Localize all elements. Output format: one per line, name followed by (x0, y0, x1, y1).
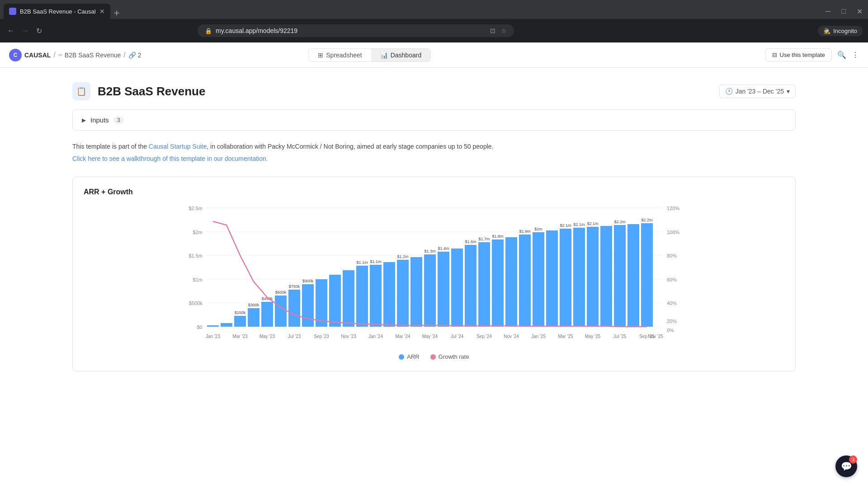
svg-rect-55 (505, 237, 517, 327)
chat-button[interactable]: 💬 3 (835, 455, 857, 477)
svg-text:Sep '24: Sep '24 (476, 334, 492, 339)
svg-rect-35 (343, 270, 354, 327)
page-icon: 📋 (72, 82, 90, 100)
chart-legend: ARR Growth rate (84, 353, 784, 360)
svg-rect-29 (288, 290, 300, 327)
svg-rect-63 (573, 228, 585, 327)
svg-text:$1.1m: $1.1m (370, 259, 381, 264)
svg-text:$2.5m: $2.5m (189, 206, 203, 211)
legend-arr: ARR (399, 353, 419, 360)
close-button[interactable]: ✕ (851, 4, 868, 19)
use-template-label: Use this template (780, 52, 825, 58)
inputs-section[interactable]: ▶ Inputs 3 (72, 109, 796, 131)
date-range-picker[interactable]: 🕐 Jan '23 – Dec '25 ▾ (719, 84, 796, 98)
reload-button[interactable]: ↻ (34, 25, 44, 37)
svg-rect-27 (275, 296, 287, 327)
svg-text:$1.7m: $1.7m (478, 237, 490, 241)
tab-dashboard[interactable]: 📊 Dashboard (371, 49, 431, 61)
svg-rect-31 (302, 284, 314, 327)
tab-spreadsheet[interactable]: ⊞ Spreadsheet (309, 49, 371, 61)
breadcrumb-model-link[interactable]: ✏ B2B SaaS Revenue (58, 52, 121, 59)
svg-text:$0: $0 (197, 324, 203, 330)
edit-icon: ✏ (58, 52, 63, 58)
tab-title: B2B SaaS Revenue - Causal (20, 8, 96, 15)
template-icon: ⊟ (772, 52, 777, 58)
breadcrumb-links[interactable]: 🔗 2 (128, 52, 142, 59)
svg-text:$1.9m: $1.9m (519, 229, 530, 234)
svg-rect-44 (424, 254, 436, 327)
address-bar[interactable]: 🔒 my.causal.app/models/92219 ⊡ ☆ (198, 24, 514, 37)
dashboard-label: Dashboard (391, 52, 422, 59)
causal-startup-suite-link[interactable]: Causal Startup Suite (149, 143, 207, 150)
svg-rect-41 (397, 260, 409, 327)
doc-link[interactable]: Click here to see a walkthrough of this … (72, 155, 796, 162)
cast-icon[interactable]: ⊡ (490, 27, 495, 34)
svg-text:$2m: $2m (193, 230, 203, 235)
causal-logo[interactable]: C CAUSAL (9, 49, 51, 61)
inputs-count: 3 (113, 117, 124, 124)
chart-container: $2.5m $2m $1.5m $1m $500k $0 120% 100% 8… (84, 203, 784, 348)
svg-rect-21 (234, 316, 246, 327)
svg-rect-36 (356, 266, 368, 327)
growth-legend-dot (430, 354, 436, 360)
growth-legend-label: Growth rate (439, 353, 469, 360)
svg-rect-58 (533, 232, 544, 327)
spreadsheet-icon: ⊞ (318, 52, 323, 59)
svg-text:$1.1m: $1.1m (356, 260, 368, 265)
chat-badge: 3 (849, 455, 857, 464)
description-text: This template is part of the Causal Star… (72, 141, 796, 151)
svg-rect-46 (438, 252, 449, 327)
svg-text:60%: 60% (667, 277, 677, 282)
svg-text:80%: 80% (667, 253, 677, 258)
arr-legend-dot (399, 354, 404, 360)
svg-text:Jul '24: Jul '24 (451, 334, 464, 339)
logo-icon: C (9, 49, 22, 61)
breadcrumb-separator-2: / (123, 51, 125, 59)
clock-icon: 🕐 (725, 88, 733, 95)
svg-text:Sep '23: Sep '23 (314, 334, 329, 339)
svg-rect-65 (587, 227, 599, 327)
tab-favicon (9, 8, 16, 15)
svg-text:$1.6m: $1.6m (465, 239, 476, 244)
svg-text:$500k: $500k (189, 300, 203, 306)
forward-button[interactable]: → (20, 25, 31, 37)
svg-rect-34 (329, 275, 341, 327)
svg-text:$2.1m: $2.1m (587, 221, 598, 226)
svg-rect-25 (261, 302, 273, 327)
use-template-button[interactable]: ⊟ Use this template (765, 48, 832, 61)
svg-text:$1.2m: $1.2m (397, 254, 408, 259)
inputs-label: Inputs (90, 116, 109, 124)
browser-tab[interactable]: B2B SaaS Revenue - Causal ✕ (4, 4, 110, 19)
svg-rect-51 (478, 242, 490, 327)
chevron-down-icon: ▾ (787, 88, 790, 95)
svg-rect-68 (614, 225, 626, 327)
more-button[interactable]: ⋮ (852, 51, 859, 59)
svg-rect-40 (383, 262, 395, 327)
bookmark-icon[interactable]: ☆ (501, 27, 507, 34)
maximize-button[interactable]: □ (836, 4, 851, 19)
svg-text:May '24: May '24 (422, 334, 438, 339)
svg-text:120%: 120% (667, 206, 679, 211)
svg-rect-20 (221, 323, 232, 327)
back-button[interactable]: ← (5, 25, 16, 37)
svg-text:$1.5m: $1.5m (189, 253, 203, 258)
svg-rect-38 (370, 265, 382, 327)
search-button[interactable]: 🔍 (837, 51, 846, 59)
svg-text:Mar '24: Mar '24 (395, 334, 410, 339)
svg-rect-60 (546, 230, 558, 327)
chart-section: ARR + Growth $2.5m $2m $1.5m $1m $500k $… (72, 177, 796, 371)
new-tab-button[interactable]: + (114, 7, 120, 19)
minimize-button[interactable]: ─ (820, 4, 836, 19)
app-nav: C CAUSAL / ✏ B2B SaaS Revenue / 🔗 2 ⊞ Sp… (0, 42, 868, 68)
url-text: my.causal.app/models/92219 (216, 27, 486, 34)
tab-close-button[interactable]: ✕ (99, 8, 105, 15)
svg-text:$2m: $2m (534, 227, 542, 231)
description-part1: This template is part of the (72, 143, 149, 150)
svg-text:$2.2m: $2.2m (614, 220, 625, 224)
svg-text:$1.8m: $1.8m (492, 234, 503, 239)
svg-text:$150k: $150k (235, 310, 246, 315)
svg-text:100%: 100% (667, 230, 679, 235)
logo-text: CAUSAL (24, 52, 51, 59)
incognito-button[interactable]: 🕵 Incognito (818, 26, 863, 36)
svg-rect-49 (465, 245, 476, 327)
